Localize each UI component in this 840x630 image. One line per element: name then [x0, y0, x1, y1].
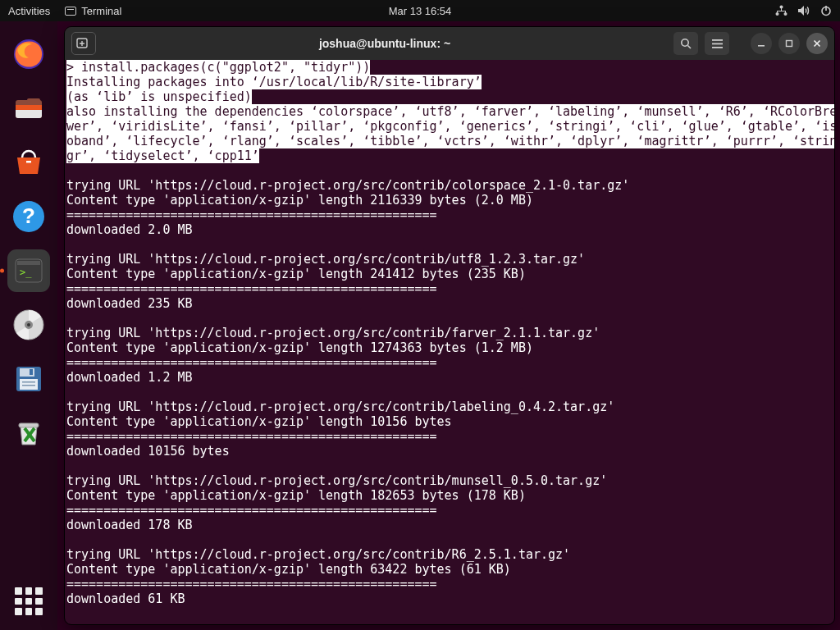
dock-item-save[interactable] [7, 358, 50, 400]
svg-rect-5 [777, 11, 778, 13]
dock-item-help[interactable]: ? [7, 195, 50, 238]
svg-point-36 [681, 39, 687, 45]
dock: ? >_ [0, 21, 57, 630]
svg-rect-40 [712, 47, 723, 48]
clock[interactable]: Mar 13 16:54 [389, 5, 452, 17]
svg-point-23 [27, 323, 30, 326]
network-icon[interactable] [775, 5, 788, 16]
terminal-icon [65, 7, 76, 16]
terminal-body[interactable]: > install.packages(c("ggplot2", "tidyr")… [65, 60, 834, 624]
dock-item-disc[interactable] [7, 304, 50, 346]
app-menu-label: Terminal [81, 5, 121, 17]
top-bar: Activities Terminal Mar 13 16:54 [0, 0, 840, 21]
terminal-highlight: > install.packages(c("ggplot2", "tidyr")… [66, 60, 834, 163]
dock-item-trash[interactable] [7, 412, 50, 454]
svg-rect-27 [20, 379, 38, 390]
svg-rect-4 [777, 11, 786, 11]
svg-rect-12 [16, 105, 42, 110]
svg-rect-42 [787, 41, 792, 47]
svg-rect-8 [825, 6, 827, 11]
svg-rect-6 [785, 11, 786, 13]
close-button[interactable] [806, 33, 828, 54]
svg-line-37 [687, 45, 691, 48]
svg-rect-18 [17, 261, 40, 265]
show-applications[interactable] [15, 587, 43, 615]
svg-rect-41 [758, 45, 765, 47]
dock-item-software[interactable] [7, 141, 50, 184]
new-tab-button[interactable] [71, 32, 96, 55]
maximize-button[interactable] [778, 33, 800, 54]
volume-icon[interactable] [797, 5, 810, 16]
apps-grid-icon [15, 587, 43, 615]
terminal-window: joshua@ubuntu-linux: ~ > install.package… [64, 26, 835, 625]
svg-rect-14 [26, 161, 31, 163]
window-title: joshua@ubuntu-linux: ~ [96, 37, 673, 50]
svg-rect-30 [19, 423, 39, 427]
svg-text:?: ? [22, 203, 35, 228]
power-icon[interactable] [820, 5, 832, 16]
activities-button[interactable]: Activities [8, 5, 50, 17]
svg-rect-13 [27, 98, 40, 103]
terminal-output: trying URL 'https://cloud.r-project.org/… [66, 178, 629, 606]
hamburger-menu[interactable] [705, 32, 729, 55]
svg-rect-26 [30, 369, 33, 375]
svg-rect-38 [712, 39, 723, 41]
titlebar[interactable]: joshua@ubuntu-linux: ~ [65, 27, 834, 60]
minimize-button[interactable] [751, 33, 772, 54]
app-menu[interactable]: Terminal [65, 5, 121, 17]
dock-item-files[interactable] [7, 87, 50, 130]
svg-rect-28 [22, 381, 35, 383]
search-button[interactable] [673, 32, 698, 55]
svg-point-0 [780, 6, 783, 9]
svg-rect-29 [22, 385, 35, 386]
svg-rect-3 [781, 8, 782, 11]
svg-rect-39 [712, 43, 723, 44]
dock-item-firefox[interactable] [7, 33, 50, 75]
svg-text:>_: >_ [20, 267, 32, 278]
dock-item-terminal[interactable]: >_ [7, 249, 50, 292]
